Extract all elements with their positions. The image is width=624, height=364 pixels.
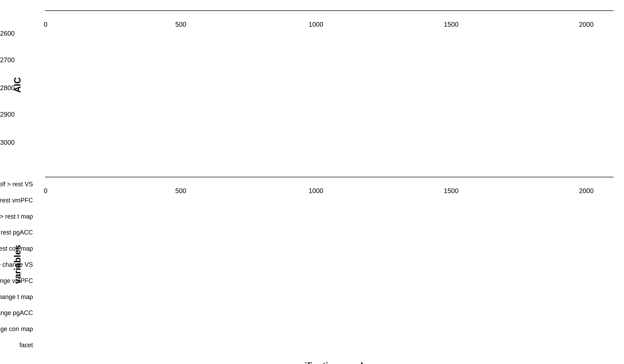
svg-rect-119 [606, 213, 617, 217]
svg-rect-98 [226, 213, 260, 217]
bottom-x-tick-0: 0 [44, 187, 47, 195]
svg-rect-257 [340, 290, 341, 295]
svg-rect-160 [197, 244, 232, 249]
bottom-chart-area: 0 500 1000 1500 2000 [45, 177, 614, 177]
svg-rect-76 [414, 197, 442, 202]
svg-rect-174 [492, 244, 527, 249]
svg-rect-136 [312, 229, 338, 234]
svg-rect-182 [60, 260, 61, 264]
svg-rect-196 [275, 260, 310, 264]
svg-rect-74 [376, 197, 411, 202]
svg-rect-192 [203, 260, 237, 264]
svg-rect-289 [312, 306, 338, 311]
svg-rect-190 [170, 260, 198, 264]
svg-rect-232 [341, 275, 376, 280]
svg-rect-53 [57, 197, 57, 202]
svg-rect-176 [530, 244, 558, 249]
svg-rect-145 [481, 229, 482, 234]
svg-rect-229 [309, 275, 311, 280]
svg-rect-33 [268, 182, 300, 187]
svg-rect-103 [334, 213, 336, 217]
svg-rect-313 [340, 320, 371, 325]
svg-rect-50 [582, 182, 583, 187]
svg-rect-82 [518, 197, 544, 202]
svg-rect-268 [527, 290, 528, 295]
svg-rect-169 [425, 244, 427, 249]
svg-rect-120 [46, 228, 59, 234]
svg-rect-270 [565, 290, 566, 295]
svg-rect-48 [544, 182, 546, 187]
svg-rect-185 [93, 260, 95, 264]
svg-rect-59 [128, 197, 130, 202]
svg-rect-238 [445, 275, 480, 280]
row-labels: self > rest VS self > rest vmPFC self > … [0, 177, 33, 354]
bottom-x-tick-2000: 2000 [579, 187, 594, 195]
svg-rect-197 [311, 260, 312, 264]
svg-rect-93 [152, 213, 154, 217]
svg-rect-326 [580, 320, 582, 325]
svg-rect-138 [341, 229, 376, 234]
svg-rect-226 [239, 275, 270, 280]
svg-rect-255 [218, 290, 220, 295]
svg-rect-63 [202, 197, 203, 202]
svg-rect-193 [238, 260, 239, 264]
svg-rect-247 [75, 290, 76, 295]
svg-rect-298 [481, 306, 482, 311]
svg-rect-47 [517, 182, 543, 187]
svg-rect-36 [348, 182, 350, 187]
row-label-5: self > change VS [0, 261, 33, 268]
svg-rect-246 [73, 290, 73, 295]
svg-rect-88 [92, 213, 93, 217]
svg-rect-39 [380, 182, 415, 187]
svg-rect-96 [194, 213, 222, 217]
svg-rect-106 [366, 213, 401, 217]
svg-rect-223 [198, 275, 200, 280]
svg-rect-202 [381, 260, 409, 264]
svg-rect-89 [95, 213, 96, 217]
svg-rect-259 [358, 290, 385, 295]
svg-rect-140 [379, 229, 407, 234]
svg-rect-214 [46, 274, 54, 281]
svg-rect-52 [46, 197, 56, 203]
svg-rect-183 [62, 260, 63, 264]
svg-rect-125 [127, 229, 129, 234]
svg-rect-141 [408, 229, 410, 234]
svg-rect-123 [92, 229, 93, 234]
svg-rect-286 [271, 306, 273, 311]
svg-rect-148 [513, 229, 547, 234]
svg-rect-312 [300, 320, 302, 325]
svg-rect-320 [475, 320, 476, 325]
row-label-9: self > change con map [0, 325, 33, 333]
svg-rect-22 [113, 182, 115, 187]
svg-rect-45 [479, 182, 514, 187]
row-label-3: self > rest pgACC [0, 229, 33, 236]
svg-rect-207 [482, 260, 484, 264]
svg-rect-128 [169, 229, 196, 234]
svg-rect-222 [169, 275, 196, 280]
svg-rect-277 [94, 306, 125, 311]
svg-rect-329 [60, 337, 333, 341]
svg-rect-23 [116, 182, 118, 187]
svg-rect-171 [455, 244, 456, 249]
y-tick-2600: 2600 [0, 30, 15, 37]
svg-rect-239 [481, 275, 482, 280]
y-tick-2800: 2800 [0, 84, 15, 92]
svg-rect-61 [163, 197, 165, 202]
svg-rect-80 [480, 197, 515, 202]
svg-rect-26 [156, 182, 158, 187]
svg-rect-149 [548, 229, 550, 234]
x-tick-1500: 1500 [444, 21, 458, 28]
svg-rect-208 [485, 260, 511, 264]
svg-rect-173 [489, 244, 491, 249]
svg-rect-204 [412, 260, 443, 264]
svg-rect-272 [598, 290, 615, 295]
svg-rect-155 [96, 244, 122, 249]
svg-rect-180 [599, 244, 617, 249]
svg-rect-308 [169, 320, 170, 325]
row-label-2: self > rest t map [0, 213, 33, 220]
svg-rect-276 [92, 306, 93, 311]
svg-rect-228 [274, 275, 308, 280]
svg-rect-17 [69, 182, 70, 187]
svg-rect-237 [442, 275, 444, 280]
svg-rect-309 [171, 320, 173, 325]
